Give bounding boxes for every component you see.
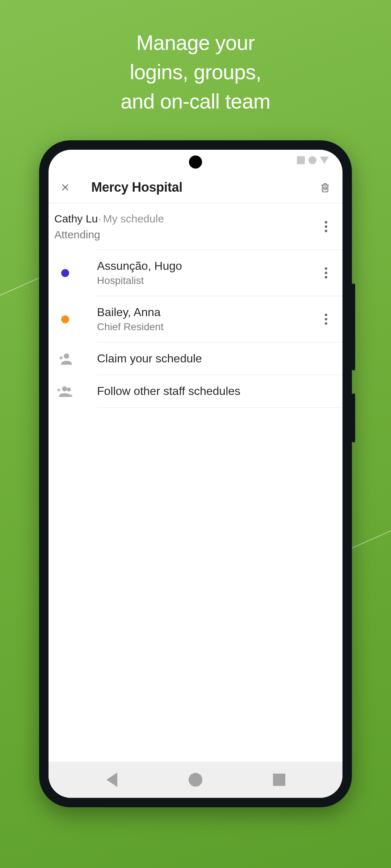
claim-schedule-label: Claim your schedule [97,352,337,365]
close-button[interactable] [55,177,75,197]
nav-recent-button[interactable] [269,770,289,790]
staff-row[interactable]: Assunção, Hugo Hospitalist [97,250,342,296]
status-circle-icon [308,156,316,164]
phone-side-button [352,284,355,370]
more-vert-icon [325,221,327,232]
follow-schedules-label: Follow other staff schedules [97,384,337,398]
promo-line-2: logins, groups, [0,58,391,87]
self-schedule-row[interactable]: Cathy Lu·My schedule Attending [49,203,342,250]
self-name: Cathy Lu [54,213,98,225]
app-bar: Mercy Hospital [49,171,342,203]
staff-role: Chief Resident [97,321,337,333]
separator-dot: · [98,213,103,225]
follow-schedules-row[interactable]: Follow other staff schedules [97,375,342,408]
status-triangle-icon [320,157,329,164]
promo-line-1: Manage your [0,28,391,58]
color-dot [61,269,69,277]
phone-frame: Mercy Hospital Cathy Lu·My schedule Atte… [39,140,352,807]
nav-recent-icon [273,774,285,786]
self-overflow-button[interactable] [317,218,335,235]
color-dot-icon [56,311,74,328]
nav-back-icon [106,773,117,787]
self-role: Attending [54,229,337,241]
svg-point-0 [64,353,69,359]
svg-point-2 [67,387,71,391]
page-title: Mercy Hospital [91,180,315,195]
delete-button[interactable] [315,177,335,197]
staff-name: Bailey, Anna [97,306,337,319]
more-vert-icon [325,314,327,325]
staff-list: Assunção, Hugo Hospitalist Bailey, Anna … [97,250,342,408]
system-nav-bar [49,762,342,798]
promo-headline: Manage your logins, groups, and on-call … [0,28,391,116]
staff-row[interactable]: Bailey, Anna Chief Resident [97,296,342,342]
svg-point-1 [62,386,67,391]
person-add-icon [56,350,74,367]
promo-line-3: and on-call team [0,87,391,116]
nav-home-button[interactable] [185,770,206,790]
self-name-line: Cathy Lu·My schedule [54,213,337,225]
nav-back-button[interactable] [102,770,122,790]
staff-overflow-button[interactable] [317,264,335,282]
more-vert-icon [325,267,327,278]
group-add-icon [56,383,74,400]
camera-cutout [189,156,202,169]
nav-home-icon [189,773,202,787]
close-icon [60,182,71,193]
self-badge: My schedule [103,213,164,225]
staff-overflow-button[interactable] [317,311,335,328]
trash-icon [320,181,331,193]
claim-schedule-row[interactable]: Claim your schedule [97,342,342,375]
phone-screen: Mercy Hospital Cathy Lu·My schedule Atte… [49,150,342,798]
status-bar [297,156,329,164]
color-dot-icon [56,264,74,282]
phone-side-button [352,393,355,442]
staff-role: Hospitalist [97,275,337,286]
status-square-icon [297,156,305,164]
staff-name: Assunção, Hugo [97,259,337,273]
color-dot [61,315,69,323]
content-area: Cathy Lu·My schedule Attending Assunção,… [49,203,342,762]
